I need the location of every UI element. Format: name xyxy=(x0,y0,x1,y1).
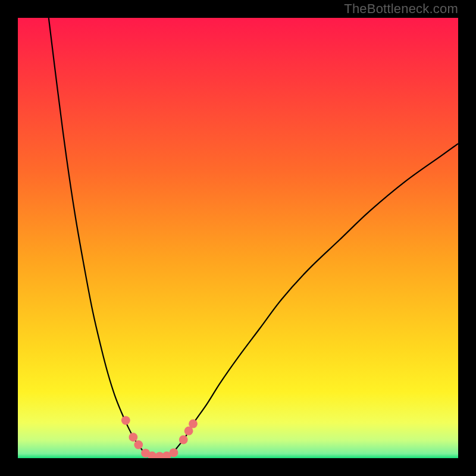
highlight-dot xyxy=(129,433,137,441)
highlight-dot xyxy=(121,416,130,425)
highlight-dot xyxy=(134,440,143,449)
highlight-dot xyxy=(189,419,198,428)
highlight-dot xyxy=(170,448,178,457)
chart-frame: TheBottleneck.com xyxy=(0,0,476,476)
dots-layer xyxy=(18,18,458,458)
highlight-dots xyxy=(121,416,198,458)
watermark-label: TheBottleneck.com xyxy=(344,1,458,17)
highlight-dot xyxy=(179,436,188,444)
plot-area xyxy=(18,18,458,458)
